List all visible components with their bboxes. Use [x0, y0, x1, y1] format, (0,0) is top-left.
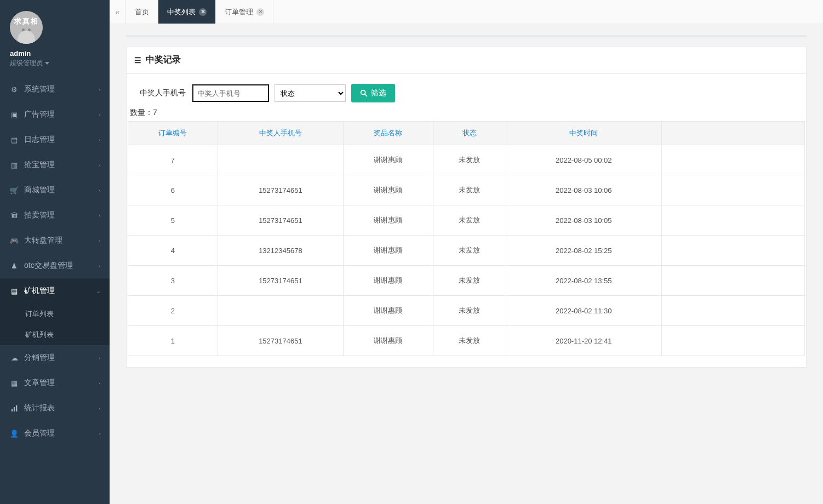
filter-button-label: 筛选: [371, 88, 386, 98]
sidebar-item-label: 广告管理: [24, 110, 55, 119]
cell-status: 未发放: [433, 205, 506, 236]
person-icon: 👤: [10, 429, 19, 438]
sidebar-subitem-miners[interactable]: 矿机列表: [0, 324, 110, 345]
col-prize[interactable]: 奖品名称: [343, 122, 433, 145]
avatar-text: 求真相: [10, 16, 43, 26]
sidebar-item-miner[interactable]: ▤ 矿机管理 ⌄: [0, 278, 110, 303]
col-actions: [661, 122, 804, 145]
double-chevron-left-icon: «: [116, 8, 120, 16]
cell-actions: [661, 205, 804, 236]
sidebar-item-auction[interactable]: 🏛 拍卖管理 ‹: [0, 203, 110, 228]
col-order-id[interactable]: 订单编号: [128, 122, 218, 145]
cell-phone: 15273174651: [218, 205, 343, 236]
cell-prize: 谢谢惠顾: [343, 326, 433, 356]
close-icon[interactable]: ✕: [256, 8, 264, 16]
status-select[interactable]: 状态: [275, 84, 346, 102]
sidebar-item-otc[interactable]: ♟ otc交易盘管理 ‹: [0, 253, 110, 278]
cell-phone: 15273174651: [218, 326, 343, 356]
top-divider: [126, 35, 807, 37]
collapse-sidebar-button[interactable]: «: [110, 0, 126, 24]
count-row: 数量：7: [127, 106, 806, 121]
user-name: admin: [10, 49, 100, 58]
chevron-left-icon: ‹: [99, 136, 101, 143]
sidebar-item-mall[interactable]: 🛒 商城管理 ‹: [0, 177, 110, 203]
chevron-left-icon: ‹: [99, 187, 101, 193]
cell-status: 未发放: [433, 145, 506, 175]
chevron-left-icon: ‹: [99, 262, 101, 269]
panel-header: ☰ 中奖记录: [127, 47, 806, 74]
cell-actions: [661, 175, 804, 205]
svg-rect-1: [13, 407, 14, 411]
col-time[interactable]: 中奖时间: [506, 122, 661, 145]
sidebar-submenu: 订单列表 矿机列表: [0, 303, 110, 345]
tab-label: 中奖列表: [167, 7, 196, 17]
tab-prize-list[interactable]: 中奖列表 ✕: [158, 0, 216, 24]
cell-actions: [661, 236, 804, 266]
dashboard-icon: ☁: [10, 354, 19, 362]
gear-icon: ⚙: [10, 85, 19, 94]
content: ☰ 中奖记录 中奖人手机号 状态 筛选 数量：7: [110, 24, 823, 379]
cell-id: 1: [128, 326, 218, 356]
sidebar-subitem-orders[interactable]: 订单列表: [0, 303, 110, 324]
sidebar-item-ads[interactable]: ▣ 广告管理 ‹: [0, 102, 110, 127]
image-icon: ▣: [10, 111, 19, 119]
sidebar-item-distribution[interactable]: ☁ 分销管理 ‹: [0, 345, 110, 370]
sidebar-item-system[interactable]: ⚙ 系统管理 ‹: [0, 77, 110, 102]
svg-rect-2: [15, 405, 16, 411]
chevron-left-icon: ‹: [99, 380, 101, 386]
sidebar-item-label: 统计报表: [24, 403, 55, 413]
filter-button[interactable]: 筛选: [351, 84, 395, 102]
cell-time: 2022-08-02 15:25: [506, 236, 661, 266]
tab-order-mgmt[interactable]: 订单管理 ✕: [216, 0, 273, 24]
sidebar-item-grab[interactable]: ▥ 抢宝管理 ‹: [0, 152, 110, 177]
cell-status: 未发放: [433, 296, 506, 326]
table-row: 7谢谢惠顾未发放2022-08-05 00:02: [128, 145, 805, 175]
svg-point-3: [361, 90, 365, 95]
close-icon[interactable]: ✕: [199, 8, 207, 16]
cell-prize: 谢谢惠顾: [343, 236, 433, 266]
sidebar-header: 求真相 admin 超级管理员: [0, 0, 110, 75]
sidebar-item-label: 会员管理: [24, 428, 55, 438]
sidebar-item-label: 大转盘管理: [24, 236, 62, 245]
user-role-label: 超级管理员: [10, 59, 43, 68]
data-table: 订单编号 中奖人手机号 奖品名称 状态 中奖时间 7谢谢惠顾未发放2022-08…: [128, 121, 805, 356]
col-phone[interactable]: 中奖人手机号: [218, 122, 343, 145]
cell-status: 未发放: [433, 175, 506, 205]
cart-icon: 🛒: [10, 186, 19, 194]
avatar: 求真相: [10, 11, 43, 44]
col-status[interactable]: 状态: [433, 122, 506, 145]
sidebar-item-members[interactable]: 👤 会员管理 ‹: [0, 421, 110, 446]
table-row: 615273174651谢谢惠顾未发放2022-08-03 10:06: [128, 175, 805, 205]
sidebar-item-label: 拍卖管理: [24, 210, 55, 220]
sidebar-item-wheel[interactable]: 🎮 大转盘管理 ‹: [0, 228, 110, 253]
sidebar-item-label: 矿机管理: [24, 286, 55, 296]
tab-home[interactable]: 首页: [126, 0, 158, 24]
cell-id: 6: [128, 175, 218, 205]
tab-bar: « 首页 中奖列表 ✕ 订单管理 ✕: [110, 0, 823, 24]
sidebar-item-stats[interactable]: 统计报表 ‹: [0, 396, 110, 421]
sidebar-item-article[interactable]: ▦ 文章管理 ‹: [0, 370, 110, 396]
cell-id: 3: [128, 266, 218, 296]
sidebar-item-label: 日志管理: [24, 135, 55, 145]
svg-line-4: [365, 94, 367, 96]
cell-phone: 15273174651: [218, 175, 343, 205]
sidebar-item-label: otc交易盘管理: [24, 261, 73, 271]
table-row: 315273174651谢谢惠顾未发放2022-08-02 13:55: [128, 266, 805, 296]
cell-actions: [661, 266, 804, 296]
filter-phone-label: 中奖人手机号: [140, 88, 186, 98]
sidebar-item-logs[interactable]: ▤ 日志管理 ‹: [0, 127, 110, 152]
table-header-row: 订单编号 中奖人手机号 奖品名称 状态 中奖时间: [128, 122, 805, 145]
filter-row: 中奖人手机号 状态 筛选: [127, 74, 806, 106]
main: « 首页 中奖列表 ✕ 订单管理 ✕ ☰ 中奖记录 中奖: [110, 0, 823, 504]
user-role-dropdown[interactable]: 超级管理员: [10, 59, 49, 68]
chevron-left-icon: ‹: [99, 405, 101, 411]
cell-status: 未发放: [433, 326, 506, 356]
cell-phone: 13212345678: [218, 236, 343, 266]
sidebar-item-label: 商城管理: [24, 185, 55, 195]
table-row: 515273174651谢谢惠顾未发放2022-08-03 10:05: [128, 205, 805, 236]
cell-actions: [661, 296, 804, 326]
phone-input[interactable]: [192, 84, 269, 102]
cell-id: 4: [128, 236, 218, 266]
panel-title: 中奖记录: [146, 54, 181, 66]
chevron-left-icon: ‹: [99, 430, 101, 437]
